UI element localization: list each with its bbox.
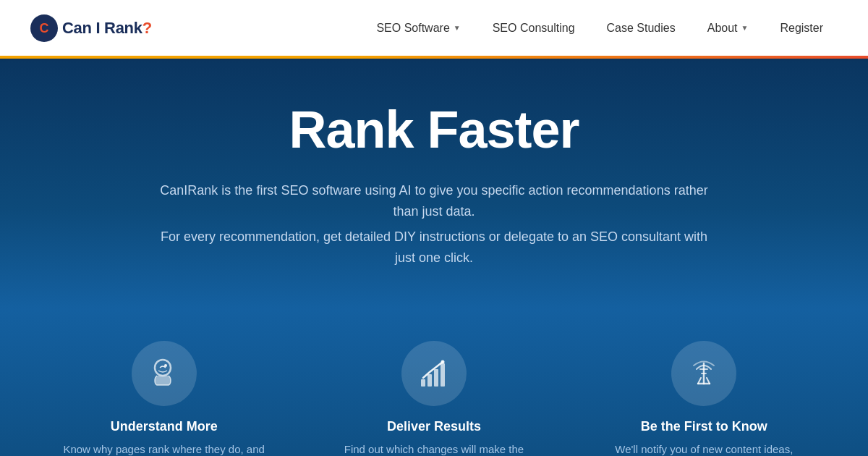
feature-first-to-know: Be the First to Know We'll notify you of… bbox=[603, 341, 805, 456]
nav-item-about[interactable]: About ▼ bbox=[692, 0, 765, 57]
feature-icon-signal bbox=[671, 341, 736, 406]
feature-title-deliver: Deliver Results bbox=[387, 419, 481, 434]
brain-icon bbox=[147, 356, 182, 391]
nav-item-seo-software[interactable]: SEO Software ▼ bbox=[360, 0, 476, 57]
chart-icon bbox=[417, 356, 451, 391]
chevron-down-icon-about: ▼ bbox=[741, 24, 749, 32]
feature-title-understand: Understand More bbox=[111, 419, 218, 434]
hero-title: Rank Faster bbox=[289, 101, 579, 159]
svg-rect-5 bbox=[427, 374, 432, 387]
hero-subtitle-1: CanIRank is the first SEO software using… bbox=[159, 180, 709, 222]
svg-text:C: C bbox=[40, 21, 49, 35]
nav-item-case-studies[interactable]: Case Studies bbox=[591, 0, 692, 57]
logo-text: Can I Rank? bbox=[62, 19, 152, 38]
hero-section: Rank Faster CanIRank is the first SEO so… bbox=[0, 58, 868, 308]
svg-rect-7 bbox=[441, 363, 445, 387]
feature-icon-brain bbox=[132, 341, 197, 406]
svg-rect-6 bbox=[434, 369, 438, 387]
feature-deliver-results: Deliver Results Find out which changes w… bbox=[333, 341, 535, 456]
feature-title-first: Be the First to Know bbox=[641, 419, 767, 434]
navbar: C Can I Rank? SEO Software ▼ SEO Consult… bbox=[0, 0, 868, 58]
svg-rect-4 bbox=[421, 379, 425, 387]
logo-icon: C bbox=[29, 13, 59, 43]
signal-icon bbox=[686, 356, 721, 391]
svg-point-2 bbox=[155, 360, 171, 376]
nav-item-register[interactable]: Register bbox=[764, 0, 839, 57]
feature-desc-understand: Know why pages rank where they do, and w… bbox=[63, 442, 265, 456]
nav-item-seo-consulting[interactable]: SEO Consulting bbox=[477, 0, 591, 57]
feature-icon-chart bbox=[401, 341, 467, 406]
chevron-down-icon: ▼ bbox=[454, 24, 461, 32]
logo[interactable]: C Can I Rank? bbox=[29, 13, 152, 43]
features-section: Understand More Know why pages rank wher… bbox=[0, 308, 868, 456]
feature-understand-more: Understand More Know why pages rank wher… bbox=[63, 341, 265, 456]
svg-point-8 bbox=[441, 360, 444, 364]
feature-desc-first: We'll notify you of new content ideas, r… bbox=[603, 442, 805, 456]
feature-desc-deliver: Find out which changes will make the big… bbox=[333, 442, 535, 456]
nav-links: SEO Software ▼ SEO Consulting Case Studi… bbox=[360, 0, 839, 57]
hero-subtitle-2: For every recommendation, get detailed D… bbox=[159, 227, 709, 269]
